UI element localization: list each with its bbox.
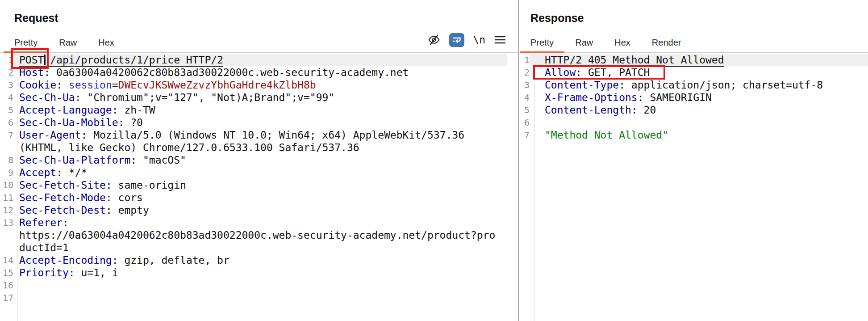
code-line[interactable]: 10Sec-Fetch-Site: same-origin [0,179,507,191]
line-number: 4 [0,91,13,104]
code-line[interactable]: 14Accept-Encoding: gzip, deflate, br [0,254,507,266]
line-number: 17 [0,291,13,304]
line-number: 2 [520,66,530,79]
line-number: 1 [520,54,530,66]
code-text: Sec-Fetch-Site: same-origin [13,179,507,191]
code-text: Sec-Ch-Ua-Mobile: ?0 [13,116,507,129]
code-line[interactable]: 16 [0,279,507,291]
code-line[interactable]: 4X-Frame-Options: SAMEORIGIN [520,91,868,104]
request-toolbar: \n [427,31,506,48]
response-tab-raw[interactable]: Raw [564,34,604,52]
code-text: Allow: GET, PATCH [530,66,868,79]
line-number: 11 [0,191,13,204]
code-line[interactable]: 1POST /api/products/1/price HTTP/2 [0,54,507,66]
code-text: Content-Length: 20 [530,104,868,116]
line-number: 4 [520,91,530,104]
show-newlines-toggle[interactable]: \n [473,34,485,46]
line-number: 16 [0,279,13,291]
line-number [0,241,13,254]
code-text: Accept-Language: zh-TW [13,104,507,116]
request-tab-pretty[interactable]: Pretty [4,34,48,52]
code-text: Cookie: session=DWEcvJKSWweZzvzYbhGaHdre… [13,79,507,91]
code-line[interactable]: https://0a63004a0420062c80b83ad30022000c… [0,229,507,241]
code-line[interactable]: 7User-Agent: Mozilla/5.0 (Windows NT 10.… [0,129,507,141]
response-editor[interactable]: 1HTTP/2 405 Method Not Allowed2Allow: GE… [520,53,868,321]
code-text: "Method Not Allowed" [530,129,868,141]
code-text: HTTP/2 405 Method Not Allowed [530,54,868,66]
code-line[interactable]: 4Sec-Ch-Ua: "Chromium";v="127", "Not)A;B… [0,91,507,104]
line-number: 3 [0,79,13,91]
code-text: User-Agent: Mozilla/5.0 (Windows NT 10.0… [13,129,507,141]
response-panel: Response PrettyRawHexRender 1HTTP/2 405 … [520,0,868,321]
code-line[interactable]: 17 [0,291,507,304]
line-number: 12 [0,204,13,216]
line-number: 6 [0,116,13,129]
response-title: Response [530,12,584,25]
line-number: 3 [520,79,530,91]
line-number: 1 [0,54,13,66]
response-tab-hex[interactable]: Hex [604,34,641,52]
line-number: 7 [0,129,13,141]
line-number: 2 [0,66,13,79]
line-number: 15 [0,266,13,279]
line-number: 6 [520,116,530,129]
code-text: https://0a63004a0420062c80b83ad30022000c… [13,229,507,241]
request-title: Request [14,12,58,25]
request-tab-raw[interactable]: Raw [48,34,88,52]
line-number: 13 [0,216,13,229]
line-number: 8 [0,154,13,166]
request-panel: Request PrettyRawHex \n [0,0,519,321]
code-text: (KHTML, like Gecko) Chrome/127.0.6533.10… [13,141,507,154]
text-cursor [44,55,46,65]
line-number: 7 [520,129,530,141]
line-number [0,141,13,154]
line-number: 5 [0,104,13,116]
code-text [13,291,507,304]
line-number: 5 [520,104,530,116]
line-number: 10 [0,179,13,191]
editor-menu-icon[interactable] [494,34,506,45]
code-text: Content-Type: application/json; charset=… [530,79,868,91]
code-line[interactable]: 5Accept-Language: zh-TW [0,104,507,116]
code-line[interactable]: (KHTML, like Gecko) Chrome/127.0.6533.10… [0,141,507,154]
code-line[interactable]: 9Accept: */* [0,166,507,179]
code-text: POST /api/products/1/price HTTP/2 [13,54,507,66]
code-text: ductId=1 [13,241,507,254]
response-tab-render[interactable]: Render [641,34,692,52]
code-line[interactable]: 13Referer: [0,216,507,229]
response-tabs: PrettyRawHexRender [520,34,868,53]
code-line[interactable]: 12Sec-Fetch-Dest: empty [0,204,507,216]
code-line[interactable]: 15Priority: u=1, i [0,266,507,279]
request-editor[interactable]: 1POST /api/products/1/price HTTP/22Host:… [0,53,518,321]
code-line[interactable]: ductId=1 [0,241,507,254]
code-line[interactable]: 5Content-Length: 20 [520,104,868,116]
word-wrap-toggle-icon[interactable] [449,33,464,47]
code-text: Referer: [13,216,507,229]
code-line[interactable]: 2Host: 0a63004a0420062c80b83ad30022000c.… [0,66,507,79]
code-text: Sec-Ch-Ua-Platform: "macOS" [13,154,507,166]
code-line[interactable]: 6Sec-Ch-Ua-Mobile: ?0 [0,116,507,129]
hide-highlights-icon[interactable] [427,34,441,46]
code-line[interactable]: 3Content-Type: application/json; charset… [520,79,868,91]
code-line[interactable]: 2Allow: GET, PATCH [520,66,868,79]
code-text: X-Frame-Options: SAMEORIGIN [530,91,868,104]
line-number: 9 [0,166,13,179]
code-line[interactable]: 7"Method Not Allowed" [520,129,868,141]
line-number: 14 [0,254,13,266]
code-text [530,116,868,129]
code-text: Accept: */* [13,166,507,179]
code-line[interactable]: 3Cookie: session=DWEcvJKSWweZzvzYbhGaHdr… [0,79,507,91]
code-text: Sec-Ch-Ua: "Chromium";v="127", "Not)A;Br… [13,91,507,104]
code-text: Host: 0a63004a0420062c80b83ad30022000c.w… [13,66,507,79]
response-tab-pretty[interactable]: Pretty [520,34,564,52]
code-line[interactable]: 11Sec-Fetch-Mode: cors [0,191,507,204]
message-editor-view: Request PrettyRawHex \n [0,0,868,321]
code-text [13,279,507,291]
request-tab-hex[interactable]: Hex [88,34,125,52]
code-line[interactable]: 8Sec-Ch-Ua-Platform: "macOS" [0,154,507,166]
code-line[interactable]: 6 [520,116,868,129]
code-line[interactable]: 1HTTP/2 405 Method Not Allowed [520,54,868,66]
line-number [0,229,13,241]
code-text: Priority: u=1, i [13,266,507,279]
code-text: Accept-Encoding: gzip, deflate, br [13,254,507,266]
